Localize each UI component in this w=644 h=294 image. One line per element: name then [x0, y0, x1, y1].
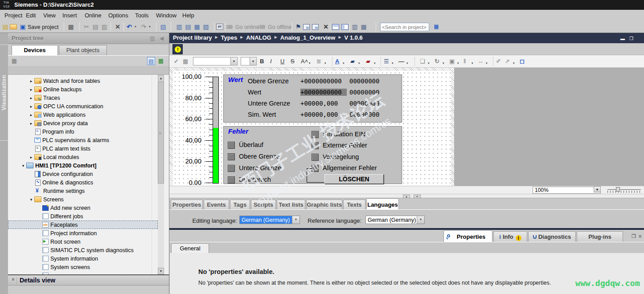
open-project-icon[interactable]: [10, 24, 17, 29]
dropdown-icon[interactable]: ▾: [374, 59, 376, 67]
tree-item-opc-ua-communication[interactable]: ▸OPC UA communication: [8, 102, 158, 110]
library-view-icon[interactable]: ≣: [432, 23, 440, 31]
reference-language-dropdown-icon[interactable]: ▼: [417, 216, 424, 224]
editing-language-dropdown-icon[interactable]: ▼: [292, 216, 299, 224]
checkbox-externer-fehler[interactable]: [312, 142, 319, 149]
dropdown-icon[interactable]: ▾: [133, 25, 138, 29]
tab-plant-objects[interactable]: Plant objects: [59, 45, 107, 55]
wert-value-field[interactable]: +00000,000: [300, 100, 347, 107]
inspector-tab-plug-ins[interactable]: Plug-ins: [577, 231, 623, 242]
inspector-restore-icon[interactable]: ❐: [632, 233, 636, 239]
inspector-tab-info[interactable]: iInfoi: [493, 231, 527, 242]
zoom-combo-dropdown-icon[interactable]: ▼: [594, 186, 601, 192]
undo-icon[interactable]: ↶: [125, 23, 133, 31]
tab-graphic-lists[interactable]: Graphic lists: [306, 200, 342, 209]
maximize-editor-icon[interactable]: ❐: [629, 36, 633, 41]
save-project-button[interactable]: Save project: [28, 24, 58, 30]
tab-texts[interactable]: Texts: [343, 200, 365, 209]
dropdown-icon[interactable]: ▾: [428, 59, 430, 67]
tab-text-lists[interactable]: Text lists: [277, 200, 305, 209]
scroll-down-icon[interactable]: ▼: [158, 268, 164, 274]
wert-value-field[interactable]: +0000000000: [300, 78, 347, 85]
cancel-online-icon[interactable]: ✕: [322, 23, 330, 31]
split-view-icon[interactable]: ▥: [150, 35, 155, 41]
wert-value2-field[interactable]: 00000000: [349, 111, 379, 118]
checkbox-untere-grenze[interactable]: [228, 165, 235, 172]
go-offline-button[interactable]: Go offline: [268, 24, 291, 30]
visualization-side-strip[interactable]: Visualization: [0, 33, 8, 294]
loeschen-button[interactable]: LÖSCHEN: [324, 174, 384, 184]
split-horizontal-icon[interactable]: [332, 24, 339, 30]
italic-icon[interactable]: I: [270, 57, 272, 65]
tab-properties[interactable]: Properties: [171, 200, 203, 209]
tree-item-plc-supervisions-alarms[interactable]: PLC supervisions & alarms: [8, 136, 158, 144]
tree-item-web-applications[interactable]: ▸Web applications: [8, 110, 158, 119]
tree-item-device-configuration[interactable]: Device configuration: [8, 170, 158, 178]
align-icon[interactable]: ≣: [316, 57, 321, 65]
go-offline-plug-icon[interactable]: ⌁: [260, 25, 265, 29]
menu-window[interactable]: Window: [156, 12, 176, 19]
tab-scripts[interactable]: Scripts: [251, 200, 276, 209]
dropdown-icon[interactable]: ▾: [358, 59, 360, 67]
download-to-device-icon[interactable]: ▥: [175, 23, 183, 31]
cross-reference-icon[interactable]: ▥: [351, 23, 359, 31]
tree-item-different-jobs[interactable]: Different jobs: [8, 212, 158, 220]
align-objects-icon[interactable]: ▣: [449, 57, 455, 65]
warning-tile[interactable]: !: [172, 44, 183, 54]
expand-icon[interactable]: ▸: [28, 79, 34, 83]
redo-icon[interactable]: ↷: [139, 23, 148, 31]
tab-general[interactable]: General: [171, 243, 209, 253]
breadcrumb-v-1-0-6[interactable]: V 1.0.6: [345, 34, 363, 41]
add-device-icon[interactable]: ▦: [10, 57, 18, 65]
go-online-button[interactable]: Go online: [235, 24, 259, 30]
apply-check-icon[interactable]: ✓: [174, 57, 179, 65]
minimize-editor-icon[interactable]: ▬: [620, 36, 625, 41]
sort-refresh-icon[interactable]: ▦: [157, 57, 165, 65]
arrange-icon[interactable]: ❏: [420, 57, 425, 65]
tree-item-program-info[interactable]: Program info: [8, 127, 158, 136]
checkbox-obere-grenze[interactable]: [228, 153, 235, 160]
tree-item-screens[interactable]: ▾Screens: [8, 195, 158, 204]
expand-icon[interactable]: ▸: [28, 87, 34, 92]
horizontal-scrollbar[interactable]: ▲ ▼: [169, 194, 644, 198]
inspector-menu-icon[interactable]: ≡: [639, 233, 641, 239]
start-cpu-icon[interactable]: [303, 24, 310, 30]
menu-edit[interactable]: Edit: [26, 12, 36, 19]
collapse-panel-icon[interactable]: ◀: [160, 35, 164, 41]
tab-tags[interactable]: Tags: [230, 200, 250, 209]
menu-online[interactable]: Online: [85, 12, 102, 19]
tab-languages[interactable]: Languages: [366, 198, 399, 209]
tree-item-simatic-plc-system-diagnostics[interactable]: SIMATIC PLC system diagnostics: [8, 246, 158, 254]
tree-item-plc-alarm-text-lists[interactable]: PLC alarm text lists: [8, 144, 158, 153]
zoom-level-combo[interactable]: 100%: [533, 187, 601, 194]
wert-value2-field[interactable]: 00000000: [349, 78, 379, 85]
tree-item-faceplates[interactable]: Faceplates: [8, 220, 158, 229]
expand-icon[interactable]: ▸: [28, 121, 34, 126]
strikethrough-icon[interactable]: S: [291, 57, 295, 65]
project-tree-scrollbar[interactable]: ▲ ≡ ▼: [158, 75, 164, 274]
dropdown-icon[interactable]: ▾: [472, 59, 473, 67]
scrollbar-thumb[interactable]: ≡: [158, 82, 164, 184]
font-color-icon[interactable]: A: [335, 57, 339, 65]
breadcrumb-analog-1-overview[interactable]: Analog_1_Overview: [280, 34, 336, 41]
tree-item-root-screen[interactable]: Root screen: [8, 237, 158, 246]
tree-item-watch-and-force-tables[interactable]: ▸Watch and force tables: [8, 77, 158, 85]
dropdown-icon[interactable]: ▾: [513, 59, 515, 67]
stop-cpu-icon[interactable]: [312, 24, 319, 30]
menu-project[interactable]: Project: [4, 12, 22, 19]
tree-item-add-new-screen[interactable]: Add new screen: [8, 204, 158, 212]
expand-icon[interactable]: ▸: [28, 96, 34, 100]
scroll-up-icon[interactable]: ▲: [158, 75, 164, 82]
dropdown-icon[interactable]: ▾: [343, 59, 345, 67]
tree-item-partial[interactable]: [8, 271, 158, 274]
zoom-slider[interactable]: [607, 189, 641, 190]
save-icon[interactable]: ▣: [19, 23, 27, 31]
collapse-icon[interactable]: ▾: [20, 163, 26, 168]
wert-value2-field[interactable]: 00000000: [349, 89, 379, 96]
expand-icon[interactable]: ▸: [28, 104, 34, 109]
distribute-icon[interactable]: ⫴: [464, 57, 466, 65]
dropdown-icon[interactable]: ▾: [392, 59, 394, 67]
checkbox--berlauf[interactable]: [228, 142, 235, 149]
insert-window-icon[interactable]: ▧: [159, 23, 167, 31]
font-size-icon[interactable]: A˄: [301, 57, 308, 65]
